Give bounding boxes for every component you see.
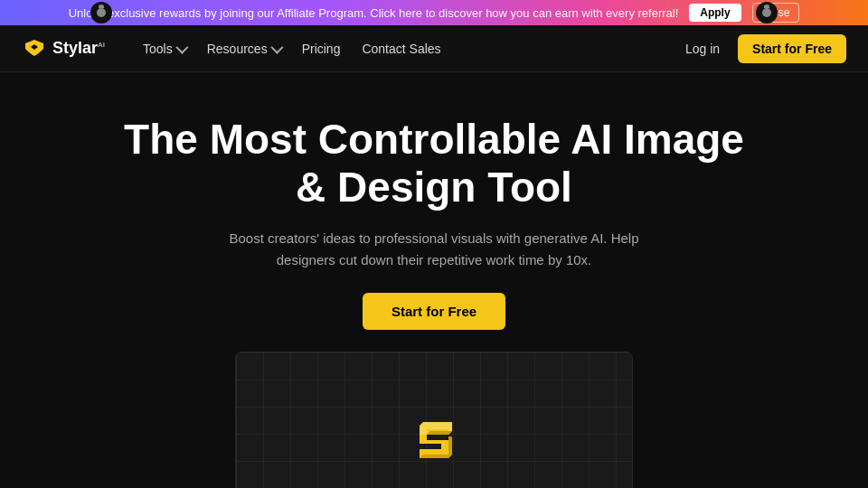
- brand-s-logo: [401, 409, 467, 474]
- start-free-button-nav[interactable]: Start for Free: [738, 34, 846, 63]
- navbar: StylarAI Tools Resources Pricing Contact…: [0, 25, 868, 72]
- nav-item-tools[interactable]: Tools: [134, 36, 194, 61]
- demo-area: [235, 352, 633, 488]
- nav-right: Log in Start for Free: [678, 34, 846, 63]
- nav-label-contact-sales: Contact Sales: [362, 42, 440, 56]
- hero-section: The Most Controllable AI Image & Design …: [0, 72, 868, 488]
- logo-icon: [22, 36, 47, 61]
- login-button[interactable]: Log in: [678, 36, 727, 61]
- nav-label-pricing: Pricing: [302, 42, 341, 56]
- logo-text: StylarAI: [52, 39, 105, 58]
- nav-item-resources[interactable]: Resources: [198, 36, 289, 61]
- nav-label-resources: Resources: [207, 42, 268, 56]
- left-icon: [90, 2, 112, 23]
- nav-label-tools: Tools: [143, 42, 173, 56]
- hero-title: The Most Controllable AI Image & Design …: [118, 116, 750, 211]
- logo[interactable]: StylarAI: [22, 36, 105, 61]
- chevron-down-icon: [175, 41, 188, 53]
- nav-item-contact-sales[interactable]: Contact Sales: [353, 36, 449, 61]
- apply-button[interactable]: Apply: [689, 4, 741, 22]
- right-icon: [756, 2, 778, 23]
- announcement-bar: Unlock exclusive rewards by joining our …: [0, 0, 868, 25]
- hero-cta-button[interactable]: Start for Free: [363, 293, 505, 330]
- nav-links: Tools Resources Pricing Contact Sales: [134, 36, 678, 61]
- nav-item-pricing[interactable]: Pricing: [293, 36, 350, 61]
- announcement-text: Unlock exclusive rewards by joining our …: [69, 6, 679, 20]
- hero-subtitle: Boost creators' ideas to professional vi…: [217, 228, 651, 271]
- chevron-down-icon: [270, 41, 283, 53]
